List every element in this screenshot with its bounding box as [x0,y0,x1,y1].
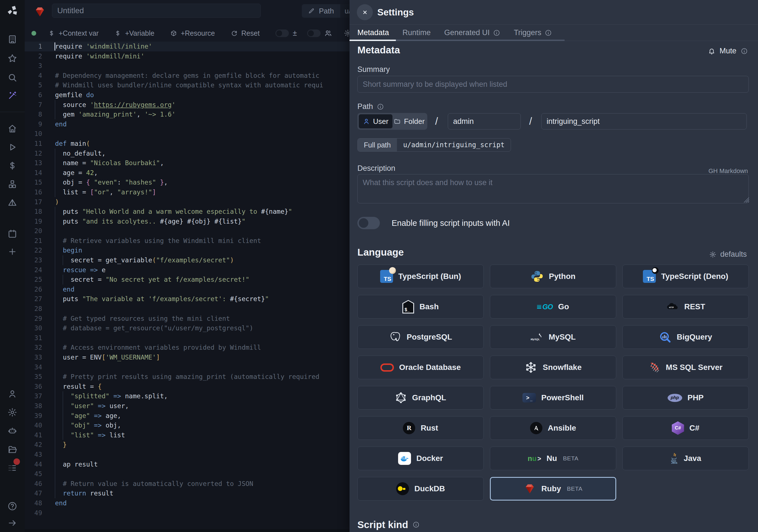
code-line[interactable]: 31 [25,333,350,343]
code-line[interactable]: 19 puts "and its acolytes.. #{age} #{obj… [25,217,350,227]
code-line[interactable]: 33 user = ENV['WM_USERNAME'] [25,352,350,362]
code-line[interactable]: 2require 'windmill/mini' [25,52,350,61]
code-line[interactable]: 10 [25,129,350,139]
sidebar-item-folder-open-icon[interactable] [7,444,17,454]
language-card-nu[interactable]: nu>NuBETA [490,446,616,470]
code-line[interactable]: 20 [25,226,350,236]
language-card-snowflake[interactable]: Snowflake [490,356,616,379]
description-textarea[interactable] [358,174,749,203]
language-card-rest[interactable]: HTTPREST [622,295,749,319]
code-line[interactable]: 35 # Pretty print results using amazing_… [25,372,350,382]
code-line[interactable]: 9end [25,119,350,129]
sidebar-item-dollar-icon[interactable] [7,161,17,171]
sidebar-item-arrow-right-icon[interactable] [7,518,17,528]
code-line[interactable]: 25 secret = "No secret yet at f/examples… [25,275,350,285]
language-card-bigquery[interactable]: BigQuery [622,325,749,349]
language-card-rust[interactable]: RRust [358,416,484,440]
language-card-oracle-database[interactable]: Oracle Database [358,356,484,379]
sidebar-item-star-icon[interactable] [7,53,17,63]
language-card-duckdb[interactable]: DuckDB [358,477,484,501]
code-line[interactable]: 29 # Get typed resources using the mini … [25,314,350,324]
ai-fill-toggle[interactable] [358,217,380,229]
language-card-go[interactable]: GOGo [490,295,616,319]
tab-metadata[interactable]: Metadata [358,28,389,37]
code-line[interactable]: 15 obj = { "even": "hashes" }, [25,178,350,187]
sidebar-item-cubes-icon[interactable] [7,179,17,189]
code-line[interactable]: 17) [25,197,350,207]
code-line[interactable]: 1require 'windmill/inline' [25,42,350,52]
sidebar-item-home-icon[interactable] [7,124,17,134]
code-line[interactable]: 18 puts "Hello World and a warm welcome … [25,207,350,217]
code-line[interactable]: 13 name = "Nicolas Bourbaki", [25,158,350,168]
code-line[interactable]: 21 # Retrieve variables using the Windmi… [25,236,350,246]
code-line[interactable]: 5# Windmill uses bundler/inline compatib… [25,80,350,90]
language-card-postgresql[interactable]: PostgreSQL [358,325,484,349]
sidebar-item-robot-icon[interactable] [7,426,17,436]
toolbar--variable-button[interactable]: +Variable [114,29,154,37]
language-defaults-button[interactable]: defaults [709,250,747,259]
code-line[interactable]: 40 "obj" => obj, [25,420,350,430]
path-name-input[interactable] [541,113,747,129]
owner-kind-user[interactable]: User [359,114,393,128]
code-line[interactable]: 49 [25,508,350,518]
code-line[interactable]: 36 result = { [25,382,350,392]
code-line[interactable]: 26 end [25,285,350,294]
tab-triggers[interactable]: Triggers [514,28,552,37]
code-line[interactable]: 6gemfile do [25,90,350,100]
code-line[interactable]: 37 "splitted" => name.split, [25,391,350,401]
code-line[interactable]: 12 no_default, [25,149,350,159]
diff-toggle[interactable] [275,29,289,37]
code-line[interactable]: 46 # Return value is automatically conve… [25,479,350,489]
code-line[interactable]: 43 [25,450,350,460]
sidebar-item-help-icon[interactable] [7,501,17,511]
sidebar-item-play-icon[interactable] [7,142,17,152]
code-line[interactable]: 30 # database = get_resource("u/user/my_… [25,323,350,333]
tab-generated-ui[interactable]: Generated UI [444,28,500,37]
code-line[interactable]: 32 # Access environment variables provid… [25,343,350,352]
toolbar--context-var-button[interactable]: +Context var [48,29,98,37]
language-card-python[interactable]: Python [490,265,616,288]
gear-icon[interactable] [344,29,350,37]
code-line[interactable]: 22 begin [25,245,350,255]
path-owner-input[interactable] [448,113,521,129]
language-card-typescript-deno-[interactable]: TSTypeScript (Deno) [622,265,749,288]
sidebar-item-search-icon[interactable] [7,72,17,83]
sidebar-item-building-icon[interactable] [7,34,17,44]
code-line[interactable]: 8 gem 'amazing_print', '~> 1.6' [25,110,350,119]
language-card-php[interactable]: phpPHP [622,386,749,409]
language-card-bash[interactable]: $_Bash [358,295,484,319]
code-line[interactable]: 41 "list" => list [25,430,350,440]
code-line[interactable]: 45 [25,469,350,479]
code-line[interactable]: 39 "age" => age, [25,411,350,421]
code-editor[interactable]: 1require 'windmill/inline'2require 'wind… [25,42,350,529]
language-card-ms-sql-server[interactable]: MS SQL Server [622,356,749,379]
code-line[interactable]: 11def main( [25,139,350,149]
path-button[interactable]: Path u/a [302,4,350,18]
language-card-c-[interactable]: C#C# [622,416,749,440]
language-card-ruby[interactable]: RubyBETA [490,477,616,501]
multiplayer-toggle[interactable] [307,29,321,37]
code-line[interactable]: 24 rescue => e [25,265,350,275]
language-card-mysql[interactable]: MySQLMySQL [490,325,616,349]
tab-runtime[interactable]: Runtime [402,28,431,37]
mute-control[interactable]: Mute [708,47,748,55]
toolbar-reset-button[interactable]: Reset [231,29,260,37]
sidebar-item-magic-wand-icon[interactable] [7,90,17,101]
code-line[interactable]: 28 [25,304,350,314]
summary-input[interactable] [358,76,749,93]
code-line[interactable]: 7 source 'https://rubygems.org' [25,100,350,110]
code-line[interactable]: 3 [25,61,350,71]
owner-kind-folder[interactable]: Folder [393,114,426,128]
toolbar--resource-button[interactable]: +Resource [170,29,215,37]
language-card-powershell[interactable]: >_PowerShell [490,386,616,409]
language-card-java[interactable]: JavaJava [622,446,749,470]
code-line[interactable]: 42 } [25,440,350,450]
code-line[interactable]: 4# Dependency management: declare gems i… [25,71,350,81]
code-line[interactable]: 44 ap result [25,460,350,469]
sidebar-item-calendar-icon[interactable] [7,229,17,239]
code-line[interactable]: 14 age = 42, [25,168,350,178]
code-line[interactable]: 34 [25,362,350,372]
language-card-docker[interactable]: Docker [358,446,484,470]
code-line[interactable]: 38 "user" => user, [25,401,350,411]
language-card-graphql[interactable]: GraphQL [358,386,484,409]
